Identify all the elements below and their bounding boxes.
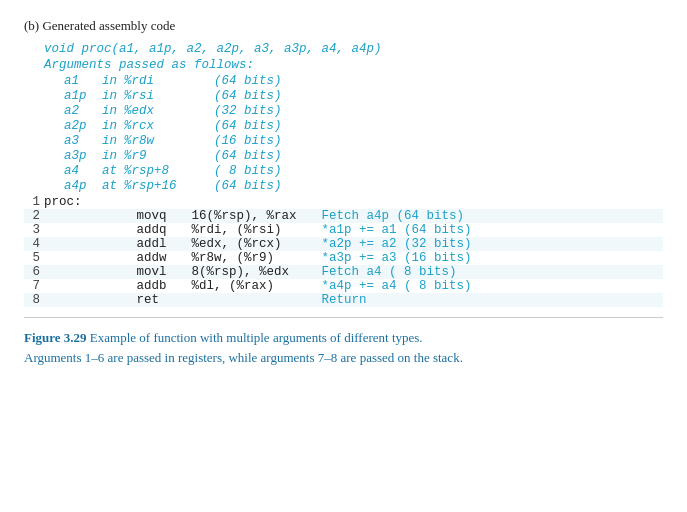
arg-reg: %edx bbox=[124, 104, 214, 118]
arg-bits: (64 bits) bbox=[214, 119, 282, 133]
asm-comment: *a3p += a3 (16 bits) bbox=[320, 251, 663, 265]
proc-signature: void proc(a1, a1p, a2, a2p, a3, a3p, a4,… bbox=[44, 42, 663, 56]
arg-reg: %rsp+8 bbox=[124, 164, 214, 178]
figure-caption: Figure 3.29 Example of function with mul… bbox=[24, 328, 663, 367]
line-number: 6 bbox=[24, 265, 42, 279]
asm-instruction: addw bbox=[135, 251, 190, 265]
asm-row: 4addl%edx, (%rcx)*a2p += a2 (32 bits) bbox=[24, 237, 663, 251]
line-number: 3 bbox=[24, 223, 42, 237]
asm-operands bbox=[190, 293, 320, 307]
asm-instruction: movq bbox=[135, 209, 190, 223]
arg-name: a1 bbox=[64, 74, 102, 88]
arg-name: a1p bbox=[64, 89, 102, 103]
asm-row: 3addq%rdi, (%rsi)*a1p += a1 (64 bits) bbox=[24, 223, 663, 237]
asm-label-cell bbox=[42, 279, 135, 293]
asm-operands: %r8w, (%r9) bbox=[190, 251, 320, 265]
arg-prep: in bbox=[102, 119, 124, 133]
arg-bits: (64 bits) bbox=[214, 89, 282, 103]
arg-bits: (64 bits) bbox=[214, 74, 282, 88]
arg-bits: (32 bits) bbox=[214, 104, 282, 118]
arg-prep: in bbox=[102, 104, 124, 118]
asm-instruction bbox=[135, 195, 190, 209]
args-label: Arguments passed as follows: bbox=[44, 58, 663, 72]
line-number: 8 bbox=[24, 293, 42, 307]
asm-label-cell bbox=[42, 209, 135, 223]
asm-label-cell bbox=[42, 265, 135, 279]
figure-text: Example of function with multiple argume… bbox=[87, 330, 423, 345]
arg-row: a3pin%r9(64 bits) bbox=[64, 149, 663, 163]
asm-comment bbox=[320, 195, 663, 209]
asm-instruction: movl bbox=[135, 265, 190, 279]
arg-row: a3in%r8w(16 bits) bbox=[64, 134, 663, 148]
arg-reg: %r9 bbox=[124, 149, 214, 163]
section-label: (b) Generated assembly code bbox=[24, 18, 663, 34]
asm-instruction: addb bbox=[135, 279, 190, 293]
asm-comment: Return bbox=[320, 293, 663, 307]
asm-row: 6movl8(%rsp), %edxFetch a4 ( 8 bits) bbox=[24, 265, 663, 279]
line-number: 2 bbox=[24, 209, 42, 223]
asm-comment: *a1p += a1 (64 bits) bbox=[320, 223, 663, 237]
asm-row: 2movq16(%rsp), %raxFetch a4p (64 bits) bbox=[24, 209, 663, 223]
asm-operands: %edx, (%rcx) bbox=[190, 237, 320, 251]
line-number: 1 bbox=[24, 195, 42, 209]
asm-label-cell bbox=[42, 251, 135, 265]
arg-reg: %rdi bbox=[124, 74, 214, 88]
arg-prep: in bbox=[102, 89, 124, 103]
asm-operands bbox=[190, 195, 320, 209]
asm-operands: 16(%rsp), %rax bbox=[190, 209, 320, 223]
arg-prep: at bbox=[102, 164, 124, 178]
line-number: 5 bbox=[24, 251, 42, 265]
arg-name: a4p bbox=[64, 179, 102, 193]
asm-instruction: addq bbox=[135, 223, 190, 237]
asm-row: 7addb%dl, (%rax)*a4p += a4 ( 8 bits) bbox=[24, 279, 663, 293]
figure-label: Figure 3.29 bbox=[24, 330, 87, 345]
line-number: 4 bbox=[24, 237, 42, 251]
asm-operands: 8(%rsp), %edx bbox=[190, 265, 320, 279]
asm-comment: Fetch a4p (64 bits) bbox=[320, 209, 663, 223]
asm-comment: *a4p += a4 ( 8 bits) bbox=[320, 279, 663, 293]
arg-name: a3 bbox=[64, 134, 102, 148]
asm-comment: *a2p += a2 (32 bits) bbox=[320, 237, 663, 251]
asm-instruction: ret bbox=[135, 293, 190, 307]
arg-row: a4pat%rsp+16(64 bits) bbox=[64, 179, 663, 193]
arg-prep: in bbox=[102, 134, 124, 148]
asm-table: 1proc:2movq16(%rsp), %raxFetch a4p (64 b… bbox=[24, 195, 663, 307]
arg-row: a1in%rdi(64 bits) bbox=[64, 74, 663, 88]
separator bbox=[24, 317, 663, 318]
figure-subtext: Arguments 1–6 are passed in registers, w… bbox=[24, 350, 463, 365]
arg-reg: %rsp+16 bbox=[124, 179, 214, 193]
arg-row: a4at%rsp+8( 8 bits) bbox=[64, 164, 663, 178]
asm-row: 8retReturn bbox=[24, 293, 663, 307]
arg-bits: (16 bits) bbox=[214, 134, 282, 148]
arg-reg: %rcx bbox=[124, 119, 214, 133]
arg-reg: %r8w bbox=[124, 134, 214, 148]
asm-operands: %rdi, (%rsi) bbox=[190, 223, 320, 237]
arg-bits: (64 bits) bbox=[214, 179, 282, 193]
asm-label-cell: proc: bbox=[42, 195, 135, 209]
arg-reg: %rsi bbox=[124, 89, 214, 103]
arg-name: a4 bbox=[64, 164, 102, 178]
arg-bits: (64 bits) bbox=[214, 149, 282, 163]
arg-name: a3p bbox=[64, 149, 102, 163]
asm-row: 5addw%r8w, (%r9)*a3p += a3 (16 bits) bbox=[24, 251, 663, 265]
arg-prep: in bbox=[102, 74, 124, 88]
asm-comment: Fetch a4 ( 8 bits) bbox=[320, 265, 663, 279]
asm-instruction: addl bbox=[135, 237, 190, 251]
asm-label-cell bbox=[42, 293, 135, 307]
asm-label-cell bbox=[42, 223, 135, 237]
arg-bits: ( 8 bits) bbox=[214, 164, 282, 178]
arg-name: a2 bbox=[64, 104, 102, 118]
asm-row: 1proc: bbox=[24, 195, 663, 209]
arg-name: a2p bbox=[64, 119, 102, 133]
asm-operands: %dl, (%rax) bbox=[190, 279, 320, 293]
arg-row: a2pin%rcx(64 bits) bbox=[64, 119, 663, 133]
arg-prep: in bbox=[102, 149, 124, 163]
arg-prep: at bbox=[102, 179, 124, 193]
arg-row: a1pin%rsi(64 bits) bbox=[64, 89, 663, 103]
line-number: 7 bbox=[24, 279, 42, 293]
asm-label-cell bbox=[42, 237, 135, 251]
arg-row: a2in%edx(32 bits) bbox=[64, 104, 663, 118]
